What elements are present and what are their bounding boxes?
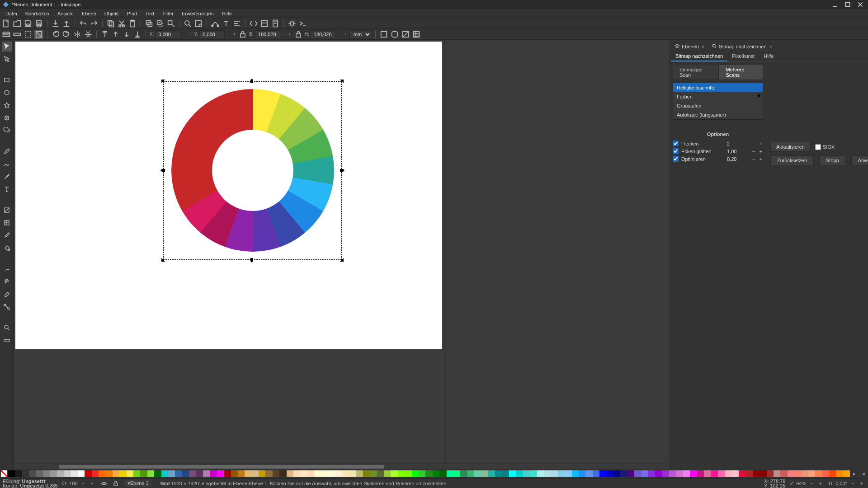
lock-icon[interactable] bbox=[238, 30, 247, 39]
opt-dec-button[interactable]: − bbox=[751, 156, 756, 162]
swatch[interactable] bbox=[189, 470, 196, 477]
swatch[interactable] bbox=[161, 470, 168, 477]
flecken-checkbox[interactable] bbox=[673, 141, 679, 146]
tab-layers[interactable]: Ebenen × bbox=[673, 42, 706, 51]
selection-handle-e[interactable] bbox=[340, 169, 344, 172]
subtab-help[interactable]: Hilfe bbox=[759, 52, 778, 61]
swatch[interactable] bbox=[314, 470, 321, 477]
swatch[interactable] bbox=[238, 470, 245, 477]
trace-method-dropdown[interactable]: HelligkeitsschritteFarbenGraustufenAutot… bbox=[673, 83, 763, 120]
swatch[interactable] bbox=[697, 470, 704, 477]
menu-bearbeiten[interactable]: Bearbeiten bbox=[22, 10, 53, 17]
zoom-selection-icon[interactable] bbox=[183, 19, 192, 28]
star-tool-icon[interactable] bbox=[2, 100, 12, 110]
flecken-value[interactable]: 2 bbox=[727, 141, 749, 146]
zoom-value[interactable]: 94% bbox=[796, 481, 806, 486]
opacity-dec-button[interactable]: − bbox=[80, 480, 87, 487]
flip-h-icon[interactable] bbox=[73, 30, 82, 39]
align-icon[interactable] bbox=[232, 19, 241, 28]
tab-trace[interactable]: Bitmap nachzeichnen × bbox=[710, 42, 774, 51]
swatch[interactable] bbox=[50, 470, 57, 477]
opacity-inc-button[interactable]: + bbox=[89, 480, 96, 487]
swatch[interactable] bbox=[203, 470, 210, 477]
swatch[interactable] bbox=[808, 470, 815, 477]
lock-layer-icon[interactable] bbox=[112, 480, 119, 487]
stop-button[interactable]: Stopp bbox=[819, 155, 846, 165]
swatch[interactable] bbox=[287, 470, 293, 477]
canvas-vscroll[interactable] bbox=[444, 40, 450, 464]
h-inc-button[interactable]: + bbox=[343, 30, 348, 38]
calligraphy-tool-icon[interactable] bbox=[2, 172, 12, 182]
swatch[interactable] bbox=[662, 470, 669, 477]
rotate-cw-icon[interactable] bbox=[62, 30, 71, 39]
swatch[interactable] bbox=[551, 470, 557, 477]
visibility-icon[interactable] bbox=[100, 480, 108, 487]
swatch[interactable] bbox=[43, 470, 50, 477]
zoom-drawing-icon[interactable] bbox=[194, 19, 203, 28]
lock-ratio-icon[interactable] bbox=[294, 30, 303, 39]
menu-pfad[interactable]: Pfad bbox=[123, 10, 141, 17]
swatch[interactable] bbox=[363, 470, 370, 477]
unlink-clone-icon[interactable] bbox=[166, 19, 175, 28]
swatch[interactable] bbox=[516, 470, 523, 477]
swatch[interactable] bbox=[36, 470, 43, 477]
swatch[interactable] bbox=[704, 470, 711, 477]
text-edit-icon[interactable] bbox=[222, 19, 231, 28]
swatch[interactable] bbox=[342, 470, 349, 477]
swatch[interactable] bbox=[92, 470, 99, 477]
bezier-tool-icon[interactable] bbox=[2, 159, 12, 169]
mode-single[interactable]: Einmaliger Scan bbox=[673, 65, 719, 80]
swatch[interactable] bbox=[739, 470, 745, 477]
x-value[interactable]: 0,000 bbox=[155, 30, 180, 38]
subtab-pixel[interactable]: Pixelkunst bbox=[727, 52, 759, 61]
selectors-icon[interactable] bbox=[260, 19, 269, 28]
swatch[interactable] bbox=[384, 470, 391, 477]
selection-handle-n[interactable] bbox=[250, 79, 253, 83]
palette-scroll-right-icon[interactable]: ▸ bbox=[852, 471, 857, 476]
swatch[interactable] bbox=[105, 470, 112, 477]
swatch[interactable] bbox=[683, 470, 690, 477]
swatch[interactable] bbox=[481, 470, 488, 477]
swatch[interactable] bbox=[780, 470, 787, 477]
spray-tool-icon[interactable] bbox=[2, 277, 12, 286]
y-value[interactable]: 0,000 bbox=[199, 30, 225, 38]
swatch[interactable] bbox=[321, 470, 328, 477]
swatch[interactable] bbox=[502, 470, 509, 477]
h-dec-button[interactable]: − bbox=[337, 30, 342, 38]
swatch[interactable] bbox=[391, 470, 397, 477]
pencil-tool-icon[interactable] bbox=[2, 146, 12, 156]
swatch[interactable] bbox=[495, 470, 502, 477]
swatch[interactable] bbox=[175, 470, 182, 477]
apply-button[interactable]: Anwenden bbox=[851, 155, 868, 165]
dropper-tool-icon[interactable] bbox=[2, 230, 12, 240]
swatch[interactable] bbox=[669, 470, 676, 477]
update-button[interactable]: Aktualisieren bbox=[770, 142, 811, 152]
menu-erweiterungen[interactable]: Erweiterungen bbox=[178, 10, 217, 17]
swatch[interactable] bbox=[439, 470, 446, 477]
swatch[interactable] bbox=[732, 470, 739, 477]
swatch[interactable] bbox=[412, 470, 419, 477]
swatch[interactable] bbox=[307, 470, 314, 477]
swatch[interactable] bbox=[711, 470, 717, 477]
y-dec-button[interactable]: − bbox=[226, 30, 231, 38]
opt-checkbox[interactable] bbox=[673, 156, 679, 162]
swatch[interactable] bbox=[760, 470, 766, 477]
tab-trace-close-icon[interactable]: × bbox=[769, 44, 772, 49]
swatch[interactable] bbox=[15, 470, 22, 477]
swatch[interactable] bbox=[210, 470, 217, 477]
swatch[interactable] bbox=[182, 470, 189, 477]
y-inc-button[interactable]: + bbox=[232, 30, 236, 38]
ecken-inc-button[interactable]: + bbox=[759, 149, 763, 154]
swatch[interactable] bbox=[648, 470, 655, 477]
swatch[interactable] bbox=[154, 470, 161, 477]
menu-filter[interactable]: Filter bbox=[159, 10, 177, 17]
deselect-icon[interactable] bbox=[24, 30, 33, 39]
swatch[interactable] bbox=[433, 470, 439, 477]
raise-icon[interactable] bbox=[111, 30, 120, 39]
ecken-checkbox[interactable] bbox=[673, 148, 679, 154]
swatch[interactable] bbox=[599, 470, 606, 477]
swatch[interactable] bbox=[607, 470, 613, 477]
select-all-layers-icon[interactable] bbox=[2, 30, 11, 39]
swatch[interactable] bbox=[544, 470, 551, 477]
eraser-tool-icon[interactable] bbox=[2, 289, 12, 299]
